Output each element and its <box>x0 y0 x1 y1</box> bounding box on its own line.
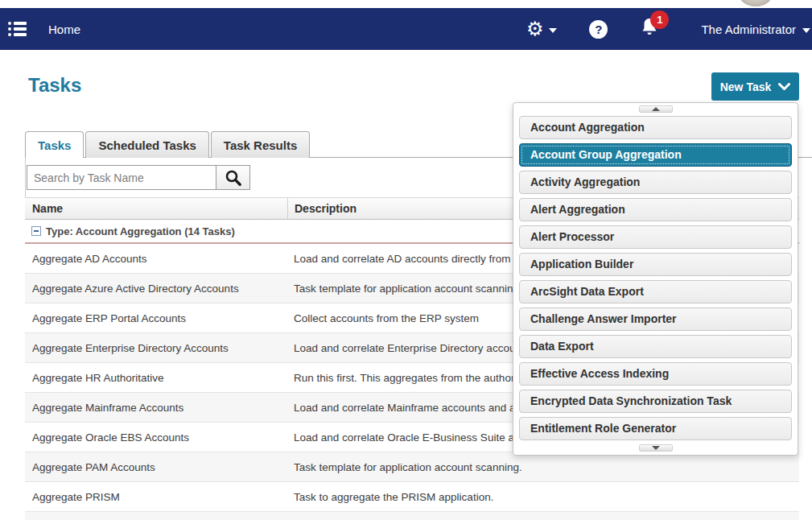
scroll-up-button[interactable] <box>639 105 673 113</box>
new-task-button-label: New Task <box>720 80 772 93</box>
menu-item-account-group-aggregation[interactable]: Account Group Aggregation <box>519 143 792 167</box>
triangle-up-icon <box>652 107 660 111</box>
page-title: Tasks <box>28 74 81 97</box>
menu-list-icon[interactable] <box>8 22 27 36</box>
chevron-down-icon <box>778 83 790 91</box>
column-header-name[interactable]: Name <box>25 202 287 215</box>
notification-badge: 1 <box>650 10 669 29</box>
partial-circle-artifact <box>737 0 774 6</box>
menu-item-effective-access-indexing[interactable]: Effective Access Indexing <box>519 362 792 386</box>
menu-item-account-aggregation[interactable]: Account Aggregation <box>519 116 792 139</box>
menu-item-encrypted-data-synchronization-task[interactable]: Encrypted Data Synchronization Task <box>519 390 792 413</box>
help-button[interactable]: ? <box>589 20 608 39</box>
search-bar <box>27 165 250 190</box>
table-row[interactable]: Aggregate PRISM Task to aggregate the PR… <box>25 482 799 512</box>
search-icon <box>225 169 242 187</box>
collapse-minus-icon[interactable] <box>31 226 41 236</box>
chevron-down-icon <box>549 28 557 33</box>
new-task-dropdown: Account Aggregation Account Group Aggreg… <box>513 102 798 456</box>
top-navbar: Home ⚙ ? 1 The Administrator <box>0 8 812 50</box>
nav-home-link[interactable]: Home <box>48 23 80 36</box>
group-row-label: Type: Account Aggregation (14 Tasks) <box>46 225 235 237</box>
notifications-button[interactable]: 1 <box>640 17 659 41</box>
question-mark-icon: ? <box>595 23 602 36</box>
menu-item-arcsight-data-export[interactable]: ArcSight Data Export <box>519 280 792 303</box>
table-row[interactable]: Aggregate PAM Accounts Task template for… <box>25 452 799 482</box>
tab-scheduled-tasks[interactable]: Scheduled Tasks <box>85 131 208 158</box>
menu-item-activity-aggregation[interactable]: Activity Aggregation <box>519 171 792 194</box>
settings-gear-menu[interactable]: ⚙ <box>526 19 558 39</box>
user-name-label: The Administrator <box>701 23 796 36</box>
search-button[interactable] <box>216 165 250 190</box>
triangle-down-icon <box>652 446 660 450</box>
menu-item-entitlement-role-generator[interactable]: Entitlement Role Generator <box>519 417 792 440</box>
menu-item-data-export[interactable]: Data Export <box>519 335 792 358</box>
menu-item-challenge-answer-importer[interactable]: Challenge Answer Importer <box>519 307 792 331</box>
search-input[interactable] <box>27 165 216 190</box>
scroll-down-button[interactable] <box>639 444 673 452</box>
user-menu[interactable]: The Administrator <box>701 23 810 36</box>
menu-item-alert-processor[interactable]: Alert Processor <box>519 225 792 249</box>
chevron-down-icon <box>802 28 810 33</box>
table-row[interactable] <box>25 512 799 520</box>
menu-item-alert-aggregation[interactable]: Alert Aggregation <box>519 198 792 221</box>
app-window: Home ⚙ ? 1 The Administrator Tasks <box>0 0 812 520</box>
tab-tasks[interactable]: Tasks <box>25 131 84 158</box>
gear-icon: ⚙ <box>526 19 544 39</box>
menu-item-application-builder[interactable]: Application Builder <box>519 253 792 276</box>
new-task-button[interactable]: New Task <box>711 72 799 101</box>
tab-task-results[interactable]: Task Results <box>211 131 310 158</box>
